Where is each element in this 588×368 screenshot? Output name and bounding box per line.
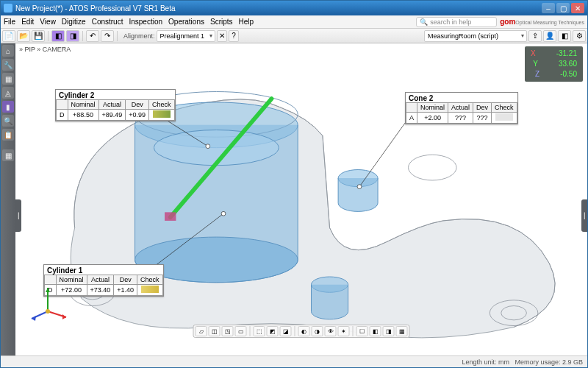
main-area: ⌂ 🔧 ▦ ◬ ▮ 🔍 📋 ▦ [1,43,587,355]
sidebar: ⌂ 🔧 ▦ ◬ ▮ 🔍 📋 ▦ [1,43,15,355]
pip-label: » PIP » CAMERA [17,45,73,54]
menu-construct[interactable]: Construct [92,18,123,26]
sidebar-tool[interactable]: 🔧 [2,59,14,71]
view-btn-7[interactable]: ◪ [280,326,292,336]
view-toolbar: ▱ ◫ ◳ ▭ ⬚ ◩ ◪ ◐ ◑ 👁 ✶ ☐ ◧ ◨ ▦ [193,325,410,338]
menu-help[interactable]: Help [239,18,254,26]
view-btn-1[interactable]: ▱ [196,326,207,336]
mode-button-2[interactable]: ◨ [66,30,79,42]
open-button[interactable]: 📂 [17,30,30,42]
sidebar-inspect[interactable]: ▮ [2,101,14,113]
view-btn-15[interactable]: ▦ [396,326,408,336]
menu-scripts[interactable]: Scripts [210,18,233,26]
sidebar-mesh[interactable]: ◬ [2,87,14,99]
search-placeholder: search in help [430,18,471,26]
svg-marker-22 [46,288,50,292]
sidebar-grid[interactable]: ▦ [2,149,14,161]
view-btn-11[interactable]: ✶ [338,326,350,336]
menu-operations[interactable]: Operations [168,18,204,26]
status-memory: Memory usage: 2.9 GB [514,358,583,366]
app-window: New Project(*) - ATOS Professional V7 SR… [0,0,588,368]
script-dropdown[interactable]: MeasuringRoom (script) [424,30,527,42]
callout-cone-2[interactable]: Cone 2 NominalActualDevCheck A+2.00?????… [405,92,518,124]
menu-digitize[interactable]: Digitize [62,18,86,26]
view-btn-4[interactable]: ▭ [235,326,247,336]
view-btn-14[interactable]: ◨ [383,326,395,336]
mode-button-1[interactable]: ◧ [51,30,65,42]
status-bar: Length unit: mm Memory usage: 2.9 GB [1,355,587,367]
view-btn-6[interactable]: ◩ [267,326,279,336]
view-btn-13[interactable]: ◧ [370,326,381,336]
new-button[interactable]: 📄 [2,30,15,42]
svg-rect-10 [165,212,176,221]
menu-file[interactable]: File [4,18,15,26]
minimize-button[interactable]: – [542,3,555,13]
svg-point-16 [221,211,226,216]
svg-point-14 [206,144,210,149]
tool-3[interactable]: ◧ [558,30,571,42]
separator [82,31,83,41]
window-title: New Project(*) - ATOS Professional V7 SR… [15,4,176,13]
alignment-clear[interactable]: ✕ [217,30,227,42]
undo-button[interactable]: ↶ [86,30,99,42]
app-icon [4,4,12,13]
axis-gizmo[interactable] [26,282,70,326]
svg-point-4 [409,155,457,180]
close-button[interactable]: ✕ [571,3,584,13]
sidebar-cad[interactable]: ▦ [2,73,14,85]
view-btn-8[interactable]: ◐ [298,326,310,336]
view-btn-5[interactable]: ⬚ [254,326,265,336]
sidebar-doc[interactable]: 📋 [2,129,14,141]
view-btn-10[interactable]: 👁 [325,326,337,336]
check-swatch [495,113,513,121]
titlebar: New Project(*) - ATOS Professional V7 SR… [1,1,587,15]
tool-1[interactable]: ⇪ [528,30,542,42]
svg-marker-24 [32,316,36,321]
sidebar-zoom[interactable]: 🔍 [2,115,14,127]
callout-cylinder-2[interactable]: Cylinder 2 NominalActualDevCheck D+88.50… [55,89,176,121]
svg-point-25 [46,309,50,314]
separator [117,31,118,41]
tool-4[interactable]: ⚙ [573,30,586,42]
alignment-dropdown[interactable]: Prealignment 1 [157,30,216,42]
toolbar: 📄 📂 💾 ◧ ◨ ↶ ↷ Alignment: Prealignment 1 … [1,29,587,43]
svg-marker-20 [62,314,66,319]
menu-view[interactable]: View [40,18,56,26]
alignment-label: Alignment: [123,32,155,40]
check-swatch [141,286,159,293]
coord-hud: X-31.21 Y33.60 Z-0.50 [525,46,583,82]
viewport[interactable]: » PIP » CAMERA X-31.21 Y33.60 Z-0.50 Cyl… [15,43,587,355]
save-button[interactable]: 💾 [32,30,45,42]
search-input[interactable]: 🔍search in help [416,17,497,27]
svg-point-18 [357,185,362,189]
logo: gomOptical Measuring Techniques [500,18,584,26]
alignment-help[interactable]: ? [229,30,239,42]
menu-edit[interactable]: Edit [21,18,34,26]
tool-2[interactable]: 👤 [543,30,556,42]
menu-inspection[interactable]: Inspection [129,18,162,26]
separator [48,31,49,41]
view-btn-2[interactable]: ◫ [209,326,220,336]
view-btn-9[interactable]: ◑ [312,326,323,336]
menubar: File Edit View Digitize Construct Inspec… [1,15,587,29]
sidebar-home[interactable]: ⌂ [2,45,14,57]
redo-button[interactable]: ↷ [101,30,114,42]
check-swatch [153,110,171,118]
view-btn-12[interactable]: ☐ [356,326,368,336]
status-unit: Length unit: mm [462,358,509,366]
left-panel-handle[interactable]: ┃ [15,199,21,232]
right-panel-handle[interactable]: ┃ [581,199,587,232]
view-btn-3[interactable]: ◳ [222,326,234,336]
maximize-button[interactable]: ▢ [556,3,570,13]
